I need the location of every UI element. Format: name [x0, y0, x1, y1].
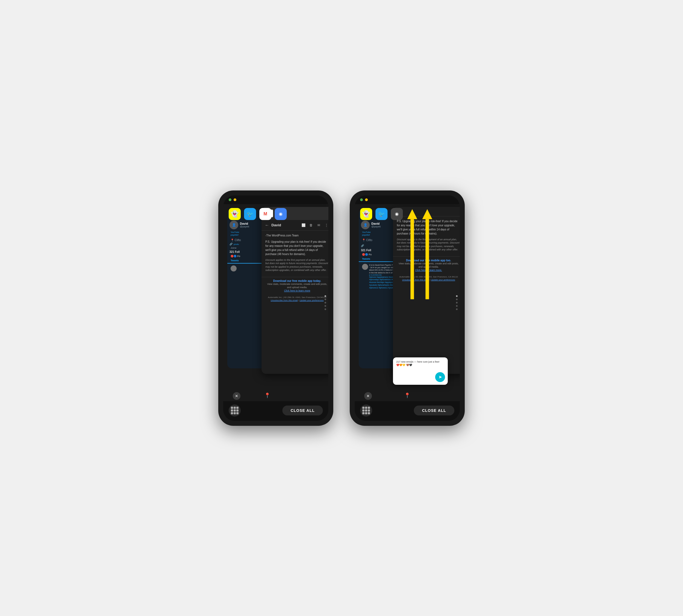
status-bar-right — [355, 195, 460, 204]
nav-dot-2-right — [456, 299, 457, 300]
update-link-left[interactable]: Update your preferences — [300, 299, 324, 302]
status-dot-green-right — [360, 198, 363, 201]
email-ps-right: P.S. Upgrading your plan is risk-free! I… — [397, 219, 460, 236]
phone-right-screen: 👻 🐦 ◉ ← 👤 — [355, 195, 460, 421]
close-x-left[interactable]: ✕ — [233, 392, 240, 400]
phone-left: 👻 🐦 M ◉ ← — [218, 191, 333, 426]
gmail-app-icon-left[interactable]: M — [259, 208, 271, 220]
email-body-left: -The WordPress.com Team P.S. Upgrading y… — [261, 231, 328, 277]
grid-dot-r3 — [368, 406, 370, 409]
grid-dot-r9 — [368, 412, 370, 414]
twitter-app-icon-left[interactable]: 🐦 — [244, 208, 256, 220]
email-download-link-left[interactable]: Click here to learn more — [265, 289, 328, 292]
twitter-bird-left: 🐦 — [247, 211, 254, 217]
grid-dot-8 — [234, 412, 236, 414]
nav-dot-3-right — [456, 302, 457, 304]
grid-icon-left — [231, 406, 238, 414]
email-sender-left: David — [271, 223, 281, 227]
grid-dot-r5 — [365, 410, 367, 412]
twitter-avatar-left: 👤 — [230, 221, 238, 229]
twitter-name-right: David — [371, 222, 381, 225]
snapchat-send-button[interactable]: ➤ — [435, 372, 445, 382]
delete-icon-left[interactable]: 🗑 — [308, 222, 314, 228]
email-download-bold-right: Download our free mobile app too. — [397, 259, 460, 262]
email-back-left[interactable]: ← — [265, 223, 269, 228]
unsubscribe-link-left[interactable]: Unsubscribe from this email — [271, 299, 298, 302]
email-icons-left: ⬜ 🗑 ✉ ⋮ — [300, 222, 328, 228]
chrome-app-icon-left[interactable]: ◉ — [275, 208, 287, 220]
twitter-app-icon-right[interactable]: 🐦 — [376, 208, 387, 220]
app-icons-row-left: 👻 🐦 M ◉ — [223, 208, 328, 220]
status-dot-yellow-right — [365, 198, 368, 201]
snapchat-app-icon-left[interactable]: 👻 — [229, 208, 241, 220]
grid-dot-r1 — [362, 406, 364, 409]
grid-icon-right — [362, 406, 370, 414]
app-icons-row-right: 👻 🐦 ◉ — [355, 208, 460, 220]
gmail-card-right: ← P.S. Upgrading your plan is risk-free!… — [393, 207, 460, 374]
phone-right: 👻 🐦 ◉ ← 👤 — [350, 191, 465, 426]
unsubscribe-link-right[interactable]: Unsubscribe from this email — [402, 279, 429, 281]
email-footer-left: Automattic Inc. | 60 29th St. #343, San … — [261, 294, 328, 304]
grid-dot-r6 — [368, 410, 370, 412]
close-all-button-right[interactable]: CLOSE ALL — [414, 405, 454, 415]
grid-dot-2 — [234, 406, 236, 409]
email-download-text-left: View stats, moderate comments, create an… — [265, 282, 328, 289]
multitask-area-right: 👻 🐦 ◉ ← 👤 — [355, 204, 460, 401]
follow-count-left: 321 Foll — [230, 250, 240, 254]
close-x-right[interactable]: ✕ — [364, 392, 372, 400]
chrome-symbol-left: ◉ — [279, 211, 283, 217]
nav-dots-left — [324, 295, 326, 310]
link-icon-left: 🔗 — [230, 243, 233, 245]
snapchat-emoji-text: 217 new emojis — here cure just a few! — [396, 360, 445, 364]
nav-dot-4-right — [456, 305, 457, 307]
email-team-sign-left: -The WordPress.com Team — [265, 234, 328, 238]
grid-dot-r7 — [362, 412, 364, 414]
twitter-link-text: youtu — [234, 243, 239, 245]
snapchat-emoji-left: 👻 — [231, 210, 239, 218]
grid-dot-r8 — [365, 412, 367, 414]
email-download-right: Download our free mobile app too. View s… — [393, 257, 460, 274]
email-ps-left: P.S. Upgrading your plan is risk-free! I… — [265, 240, 328, 256]
chrome-symbol-right: ◉ — [395, 211, 399, 217]
nav-dot-1-left — [324, 295, 326, 297]
nav-dot-3-left — [324, 302, 326, 304]
email-download-link-right[interactable]: Click here to learn more. — [397, 269, 460, 271]
email-unsubscribe-right: Unsubscribe from this email | Update you… — [397, 278, 460, 281]
snapchat-emojis: ❤️🧡💛 🤎🖤 — [396, 364, 445, 367]
tweet-avatar-right — [362, 264, 368, 270]
chrome-app-icon-right[interactable]: ◉ — [391, 208, 403, 220]
gmail-m-letter-left: M — [263, 212, 267, 217]
email-download-left: Download our free mobile app today. View… — [261, 277, 328, 294]
email-download-text-right: View stats, moderate comments, create an… — [397, 262, 460, 269]
more-icon-left[interactable]: ⋮ — [323, 222, 328, 228]
nav-dot-4-left — [324, 305, 326, 307]
nav-dot-5-left — [324, 308, 326, 310]
main-container: 👻 🐦 M ◉ ← — [218, 191, 465, 426]
grid-dot-7 — [231, 412, 233, 414]
grid-button-left[interactable] — [229, 404, 241, 417]
archive-icon-left[interactable]: ⬜ — [300, 222, 306, 228]
location-icon-left: 📍 — [264, 392, 270, 398]
twitter-bird-right: 🐦 — [378, 211, 385, 217]
email-footer-right: Automattic Inc. | 60 29th St. #343, San … — [393, 274, 460, 283]
twitter-avatar-right: 👤 — [361, 221, 370, 229]
email-download-bold-left: Download our free mobile app today. — [265, 280, 328, 282]
email-discount-right: Discount applies to the first payment of… — [397, 238, 460, 251]
reply-icon-left[interactable]: ✉ — [316, 222, 322, 228]
email-address-right: Automattic Inc. | 60 29th St. #343, San … — [397, 275, 460, 278]
grid-dot-4 — [231, 410, 233, 412]
grid-dot-3 — [236, 406, 238, 409]
update-link-right[interactable]: Update your preferences — [431, 279, 455, 281]
snapchat-emoji-right: 👻 — [362, 210, 370, 218]
nav-dot-5-right — [456, 308, 457, 310]
close-all-button-left[interactable]: CLOSE ALL — [282, 405, 323, 415]
status-bar-left — [223, 195, 328, 204]
snapchat-card-text: 217 new emojis — here cure just a few! ❤… — [393, 357, 448, 370]
nav-dot-2-left — [324, 299, 326, 300]
email-address-left: Automattic Inc. | 60 29th St. #343, San … — [265, 296, 328, 299]
twitter-handle-left: @payett — [240, 225, 249, 228]
tweet-avatar-left — [231, 265, 237, 271]
snapchat-app-icon-right[interactable]: 👻 — [360, 208, 372, 220]
status-dot-green-left — [229, 198, 231, 201]
grid-button-right[interactable] — [360, 404, 372, 417]
